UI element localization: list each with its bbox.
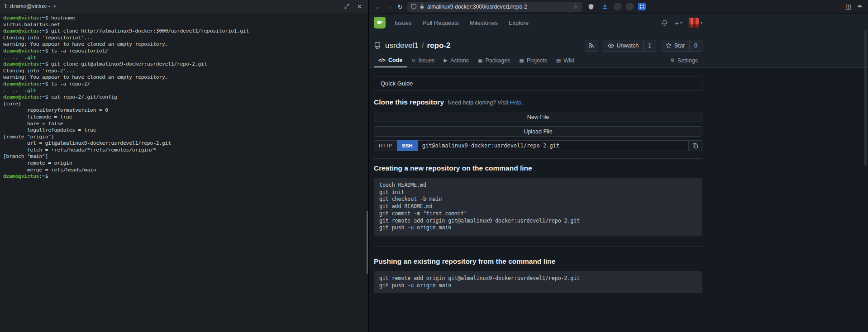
terminal-line: Cloning into 'repo-2'... bbox=[3, 68, 365, 75]
terminal-line: dzamo@victus:~$ cat repo-2/.git/config bbox=[3, 94, 365, 101]
star-button[interactable]: Star 0 bbox=[661, 40, 702, 52]
sidebar-icon[interactable]: ◫ bbox=[845, 3, 851, 10]
quick-guide-title: Quick Guide bbox=[381, 80, 413, 87]
extension-icon-2[interactable] bbox=[626, 3, 634, 10]
reload-button[interactable]: ↻ bbox=[395, 2, 405, 12]
tab-settings[interactable]: ⚙Settings bbox=[666, 53, 702, 67]
tab-projects[interactable]: ▦Projects bbox=[515, 53, 552, 67]
push-repo-code-block: git remote add origin git@almalinux9-doc… bbox=[374, 271, 702, 293]
terminal-output[interactable]: dzamo@victus:~$ hostnamevictus.balaitus.… bbox=[0, 13, 368, 182]
terminal-line: dzamo@victus:~$ ls -a repo-2/ bbox=[3, 81, 365, 88]
screen: 1: dzamo@victus:~ ▾ ⤢ ✕ dzamo@victus:~$ … bbox=[0, 0, 868, 332]
code-line: git add README.md bbox=[379, 203, 697, 210]
bookmark-star-icon[interactable]: ☆ bbox=[573, 3, 578, 10]
extension-icon-1[interactable] bbox=[614, 3, 621, 10]
http-toggle-button[interactable]: HTTP bbox=[374, 140, 397, 151]
toolbar-right: ◫ ≡ bbox=[845, 3, 862, 11]
clone-section-heading: Clone this repository Need help cloning?… bbox=[374, 98, 702, 106]
clone-url-input[interactable]: git@almalinux9-docker:usrdevel1/repo-2.g… bbox=[418, 140, 689, 151]
copy-icon bbox=[692, 143, 698, 149]
tab-label: Issues bbox=[418, 57, 434, 64]
create-new-button[interactable]: + ▾ bbox=[675, 19, 682, 27]
code-line: git push -u origin main bbox=[379, 282, 697, 289]
download-icon[interactable] bbox=[600, 2, 609, 11]
unwatch-button[interactable]: Unwatch 1 bbox=[603, 40, 657, 52]
clone-heading: Clone this repository bbox=[374, 98, 444, 106]
terminal-line: merge = refs/heads/main bbox=[3, 167, 365, 174]
new-file-button[interactable]: New File bbox=[374, 112, 702, 122]
terminal-title: 1: dzamo@victus:~ bbox=[4, 3, 51, 9]
terminal-line: [branch "main"] bbox=[3, 153, 365, 160]
nav-link-milestones[interactable]: Milestones bbox=[470, 19, 498, 26]
terminal-line: dzamo@victus:~$ ls -a repositorio1/ bbox=[3, 48, 365, 55]
terminal-scrollbar[interactable] bbox=[367, 211, 368, 274]
menu-icon[interactable]: ≡ bbox=[858, 3, 862, 11]
star-label: Star bbox=[674, 43, 685, 49]
code-line: git checkout -b main bbox=[379, 196, 697, 203]
unwatch-label: Unwatch bbox=[617, 43, 639, 49]
terminal-line: bare = false bbox=[3, 121, 365, 128]
plus-icon: + bbox=[675, 19, 679, 27]
back-button[interactable]: ← bbox=[373, 2, 384, 12]
terminal-line: [remote "origin"] bbox=[3, 134, 365, 141]
browser-window: ← → ↻ almalinux9-docker:3000/usrdevel1/r… bbox=[369, 0, 868, 332]
terminal-line: [core] bbox=[3, 101, 365, 108]
nav-link-explore[interactable]: Explore bbox=[509, 19, 529, 26]
tab-code[interactable]: </>Code bbox=[374, 53, 407, 67]
watch-count[interactable]: 1 bbox=[643, 40, 656, 51]
tab-packages[interactable]: ▣Packages bbox=[473, 53, 515, 67]
code-line: touch README.md bbox=[379, 182, 697, 189]
star-icon bbox=[666, 43, 672, 48]
terminal-titlebar: 1: dzamo@victus:~ ▾ ⤢ ✕ bbox=[0, 0, 368, 13]
ssh-toggle-button[interactable]: SSH bbox=[397, 140, 418, 151]
tab-issues[interactable]: ⊙Issues bbox=[407, 53, 439, 67]
star-count[interactable]: 0 bbox=[689, 40, 702, 51]
notifications-bell-icon[interactable] bbox=[661, 19, 668, 26]
code-line: git remote add origin git@almalinux9-doc… bbox=[379, 275, 697, 282]
repo-icon bbox=[374, 42, 381, 49]
terminal-line: warning: You appear to have cloned an em… bbox=[3, 74, 365, 81]
tab-label: Projects bbox=[527, 57, 547, 64]
repo-tabs: </>Code⊙Issues▶Actions▣Packages▦Projects… bbox=[369, 53, 707, 67]
chevron-down-icon: ▾ bbox=[680, 21, 682, 25]
repo-header: usrdevel1 / repo-2 bbox=[369, 32, 707, 53]
tracking-protection-icon[interactable] bbox=[587, 2, 596, 11]
copy-url-button[interactable] bbox=[689, 140, 702, 151]
terminal-line: . .. .git bbox=[3, 88, 365, 95]
rss-feed-button[interactable] bbox=[585, 40, 598, 52]
gitea-logo[interactable] bbox=[374, 17, 386, 28]
code-line: git remote add origin git@almalinux9-doc… bbox=[379, 218, 697, 225]
tab-wiki[interactable]: ▤Wiki bbox=[552, 53, 579, 67]
packages-tab-icon: ▣ bbox=[478, 57, 482, 63]
extension-icon-3[interactable] bbox=[638, 3, 646, 10]
gitea-nav-links: IssuesPull RequestsMilestonesExplore bbox=[395, 19, 529, 26]
create-repo-code-block: touch README.mdgit initgit checkout -b m… bbox=[374, 178, 702, 236]
help-link[interactable]: Help bbox=[510, 100, 521, 106]
avatar bbox=[689, 18, 699, 28]
terminal-line: url = git@almalinux9-docker:usrdevel1/re… bbox=[3, 140, 365, 147]
terminal-line: warning: You appear to have cloned an em… bbox=[3, 41, 365, 48]
nav-link-pull-requests[interactable]: Pull Requests bbox=[423, 19, 459, 26]
upload-file-button[interactable]: Upload File bbox=[374, 126, 702, 137]
projects-tab-icon: ▦ bbox=[519, 57, 524, 63]
forward-button[interactable]: → bbox=[384, 2, 395, 12]
terminal-title-caret-icon[interactable]: ▾ bbox=[54, 4, 56, 9]
repo-separator: / bbox=[422, 41, 424, 50]
page-scrollbar[interactable] bbox=[864, 30, 867, 166]
gitea-nav-right: + ▾ ▾ bbox=[661, 18, 702, 28]
terminal-resize-button[interactable]: ⤢ bbox=[344, 3, 349, 10]
url-bar[interactable]: almalinux9-docker:3000/usrdevel1/repo-2 … bbox=[407, 2, 582, 12]
repo-name-link[interactable]: repo-2 bbox=[427, 41, 450, 50]
nav-link-issues[interactable]: Issues bbox=[395, 19, 412, 26]
repo-owner-link[interactable]: usrdevel1 bbox=[385, 41, 419, 50]
terminal-line: filemode = true bbox=[3, 114, 365, 121]
terminal-close-button[interactable]: ✕ bbox=[357, 3, 362, 10]
tab-actions[interactable]: ▶Actions bbox=[439, 53, 473, 67]
clone-url-row: HTTP SSH git@almalinux9-docker:usrdevel1… bbox=[374, 140, 702, 151]
user-menu-button[interactable]: ▾ bbox=[689, 18, 702, 28]
code-line: git push -u origin main bbox=[379, 224, 697, 232]
terminal-line: dzamo@victus:~$ hostname bbox=[3, 15, 365, 22]
terminal-line: victus.balaitus.net bbox=[3, 22, 365, 28]
quick-guide-box: Quick Guide bbox=[374, 76, 702, 91]
terminal-line: logallrefupdates = true bbox=[3, 127, 365, 134]
